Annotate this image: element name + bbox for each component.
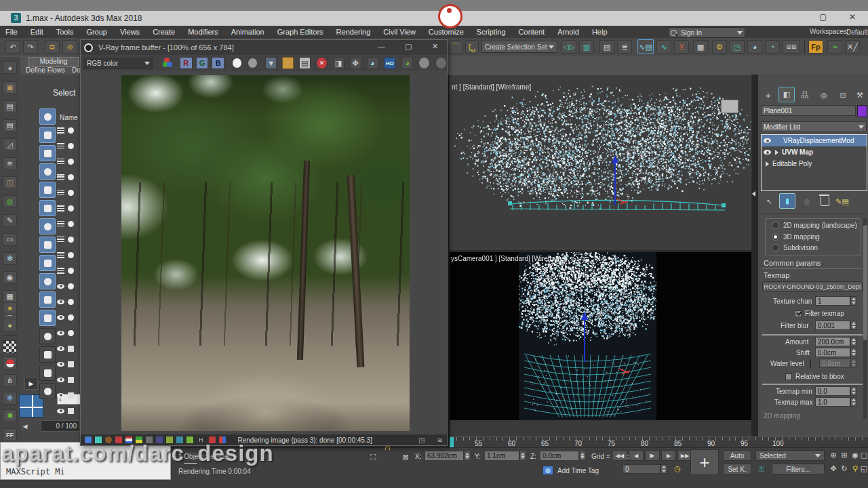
explorer-filter-button[interactable]: [39, 383, 56, 399]
menu-edit[interactable]: Edit: [31, 28, 43, 36]
ribbon-tab-define-flows[interactable]: Define Flows: [26, 66, 65, 74]
tab-motion-icon[interactable]: ◎: [816, 88, 831, 102]
render-iterative-icon[interactable]: ◔: [765, 40, 780, 54]
panel-edge-strip[interactable]: [751, 75, 758, 447]
texmap-max-spinner[interactable]: [850, 397, 857, 407]
panel-scrollbar[interactable]: [863, 218, 867, 419]
explorer-row[interactable]: [57, 203, 80, 213]
sign-in-control[interactable]: Sign In: [668, 27, 745, 38]
sun-tool-icon[interactable]: ✶: [3, 302, 17, 315]
filter-texmap-checkbox[interactable]: Filter texmap: [795, 310, 844, 317]
viewport-camera[interactable]: ysCamera001 ] [Standard] [Wireframe]: [450, 252, 751, 420]
vfb-collapse-icon[interactable]: ≋: [437, 436, 443, 444]
vfb-clear-image-icon[interactable]: ✕: [316, 57, 328, 69]
filters-button[interactable]: Filters...: [772, 464, 825, 474]
camera-tripod-icon[interactable]: ⋔: [3, 374, 17, 387]
schematic-view-icon[interactable]: ∿: [656, 40, 671, 54]
frame-spinner[interactable]: [660, 464, 667, 474]
stack-row-editablepoly[interactable]: Editable Poly: [762, 158, 867, 169]
explorer-filter-button[interactable]: [39, 346, 56, 363]
floating-gray-box[interactable]: [721, 100, 738, 113]
z-coordinate-field[interactable]: 0.0cm: [540, 451, 579, 461]
explorer-filter-button[interactable]: [39, 200, 56, 216]
align-icon[interactable]: ▥: [579, 40, 594, 54]
menu-arnold[interactable]: Arnold: [557, 28, 579, 36]
y-coordinate-field[interactable]: 1.1cm: [484, 451, 519, 461]
vfb-region-render-icon[interactable]: ◕: [367, 57, 378, 69]
vfb-maximize-button[interactable]: ▢: [405, 42, 412, 51]
image-tool-icon[interactable]: ▣: [3, 81, 17, 94]
texmap-max-field[interactable]: 1.0: [815, 397, 850, 407]
scene-explorer-toggle-icon[interactable]: ≣: [617, 40, 632, 54]
stack-row-uvwmap[interactable]: UVW Map: [762, 146, 867, 158]
vfb-alpha-icon[interactable]: [233, 58, 241, 68]
render-teapot-icon[interactable]: ◕: [3, 61, 17, 74]
add-time-tag-label[interactable]: Add Time Tag: [557, 467, 599, 474]
object-name-field[interactable]: Plane001: [761, 105, 856, 116]
texmap-min-spinner[interactable]: [850, 386, 857, 396]
vfb-title-bar[interactable]: V-Ray frame buffer - [100% of 656 x 784]…: [81, 40, 447, 55]
explorer-row[interactable]: [57, 219, 80, 228]
menu-modifiers[interactable]: Modifiers: [188, 28, 218, 36]
note-tool-icon[interactable]: ▦: [3, 290, 17, 303]
stack-row-vraydisplacement[interactable]: VRayDisplacementMod: [762, 135, 867, 146]
key-filters-icon[interactable]: ⚿: [755, 464, 768, 474]
menu-group[interactable]: Group: [86, 28, 107, 36]
menu-file[interactable]: File: [5, 28, 18, 36]
panel-scrollbar-thumb[interactable]: [863, 225, 867, 340]
explorer-filter-button[interactable]: [39, 273, 56, 289]
ff-hand-icon[interactable]: FF: [3, 428, 17, 441]
modifier-visibility-eye-icon[interactable]: [764, 150, 771, 155]
select-and-link-icon[interactable]: ⧉: [45, 40, 60, 54]
amount-spinner[interactable]: [850, 337, 857, 346]
next-frame-button[interactable]: ▶: [661, 450, 676, 461]
explorer-filter-button[interactable]: [39, 163, 56, 180]
menu-tools[interactable]: Tools: [56, 28, 74, 36]
vfb-channel-dropdown[interactable]: RGB color: [83, 58, 153, 69]
tab-display-icon[interactable]: ⊡: [835, 88, 850, 102]
tab-create-icon[interactable]: +: [761, 88, 776, 102]
vfb-tricolor-icon[interactable]: [163, 58, 173, 68]
vfb-hd-icon[interactable]: HD: [384, 57, 397, 69]
undo-button[interactable]: ↶: [5, 40, 20, 54]
orbit-icon[interactable]: ↻: [840, 463, 849, 474]
pan-view-icon[interactable]: ✥: [829, 463, 838, 474]
ruler-tool-icon[interactable]: ◿: [3, 138, 17, 151]
curve-editor-icon[interactable]: ∿▤: [637, 39, 654, 54]
pin-stack-button[interactable]: ➴: [762, 195, 776, 208]
vfb-render-last-icon[interactable]: ◕: [401, 57, 413, 69]
globe-tool-icon[interactable]: ◍: [3, 195, 17, 208]
explorer-filter-button[interactable]: [39, 310, 56, 326]
workspace-dropdown[interactable]: Default: [846, 27, 868, 37]
explorer-row[interactable]: [57, 406, 80, 415]
maximize-viewport-icon[interactable]: ◱: [860, 463, 868, 474]
modifier-visibility-eye-icon[interactable]: [764, 138, 771, 143]
isolate-selection-icon[interactable]: ⛶: [366, 451, 380, 463]
snowflake-icon[interactable]: ✻: [3, 392, 17, 405]
vfb-red-channel-button[interactable]: R: [180, 57, 193, 69]
menu-scripting[interactable]: Scripting: [477, 28, 506, 36]
zoom-all-icon[interactable]: ⊞: [840, 449, 849, 460]
texmap-min-field[interactable]: 0.0: [815, 386, 850, 396]
vfb-copy-clipboard-icon[interactable]: ▤: [299, 57, 311, 69]
viewport-front-label[interactable]: nt ] [Standard] [Wireframe]: [452, 83, 531, 91]
explorer-row[interactable]: [57, 312, 80, 322]
vfb-render-icon[interactable]: [435, 57, 447, 69]
filter-blur-spinner[interactable]: [850, 321, 857, 330]
green-splash-icon[interactable]: ✺: [3, 409, 17, 422]
explorer-row[interactable]: [57, 188, 80, 197]
z-spinner[interactable]: [579, 451, 586, 461]
explorer-filter-button[interactable]: [39, 108, 56, 125]
vfb-rendered-image[interactable]: [121, 75, 410, 431]
explorer-row[interactable]: [57, 375, 80, 384]
y-spinner[interactable]: [519, 451, 526, 461]
red-ball-icon[interactable]: [3, 357, 17, 369]
vfb-save-image-icon[interactable]: ▼: [265, 57, 277, 69]
radio-3d-mapping[interactable]: 3D mapping: [772, 233, 820, 241]
explorer-filter-button[interactable]: [39, 145, 56, 161]
panel-collapse-arrow-icon[interactable]: [752, 191, 755, 197]
texmap-button[interactable]: ROCKY-GROUND-03_250cm_Dept: [762, 281, 863, 292]
vfb-mono-icon[interactable]: [248, 58, 257, 68]
keying-plus-button[interactable]: +: [690, 449, 719, 475]
menu-rendering[interactable]: Rendering: [336, 28, 371, 36]
